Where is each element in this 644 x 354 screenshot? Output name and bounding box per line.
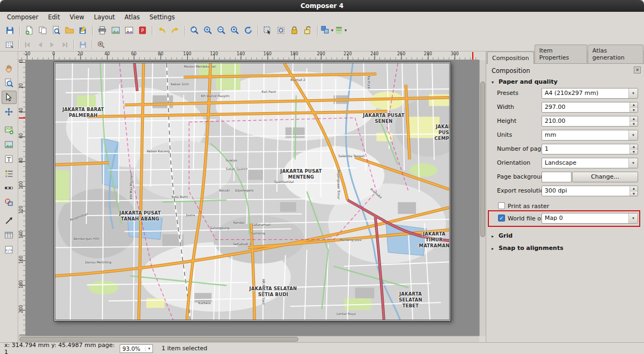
redo-button[interactable]	[169, 24, 182, 37]
presets-select[interactable]: A4 (210x297 mm)▾	[541, 88, 638, 99]
spin-up-icon[interactable]: ▲	[630, 116, 638, 122]
atlas-settings-button[interactable]	[95, 39, 107, 50]
duplicate-composition-button[interactable]	[36, 24, 49, 37]
street-label: Setiabudi 3	[233, 242, 251, 246]
height-spinbox[interactable]: 210.00▲▼	[541, 116, 638, 127]
add-new-map-button[interactable]	[2, 123, 17, 137]
menu-layout[interactable]: Layout	[89, 12, 120, 23]
arrange-items-dropdown-button[interactable]: ▾	[334, 24, 347, 37]
change-background-button[interactable]: Change...	[572, 172, 638, 182]
manage-composers-button[interactable]	[49, 24, 63, 37]
menu-settings[interactable]: Settings	[145, 12, 180, 23]
spin-down-icon[interactable]: ▼	[630, 108, 638, 113]
refresh-view-button[interactable]	[241, 24, 255, 37]
save-project-button[interactable]	[3, 24, 17, 37]
close-icon[interactable]: ✕	[634, 67, 641, 73]
add-attribute-table-button[interactable]	[2, 228, 17, 242]
add-label-button[interactable]: T	[2, 152, 17, 166]
orientation-select[interactable]: Landscape▾	[541, 158, 638, 168]
export-image-button[interactable]	[109, 24, 122, 37]
pages-label: Number of pages	[497, 145, 548, 152]
scrollbar-thumb[interactable]	[480, 82, 485, 237]
spin-down-icon[interactable]: ▼	[630, 122, 638, 127]
tab-composition[interactable]: Composition	[487, 51, 534, 64]
pages-spinbox[interactable]: 1▲▼	[541, 144, 638, 154]
add-html-frame-button[interactable]: </>	[2, 243, 17, 256]
width-spinbox[interactable]: 297.00▲▼	[541, 102, 638, 113]
zoom-tool-button[interactable]	[2, 76, 17, 90]
save-as-template-button[interactable]	[76, 24, 90, 37]
section-snap-to-alignments[interactable]: ▸Snap to alignments	[492, 245, 564, 252]
chevron-down-icon[interactable]: ▾	[628, 88, 638, 98]
tab-atlas-generation[interactable]: Atlas generation	[588, 45, 643, 63]
deselect-items-button[interactable]	[274, 24, 288, 37]
tab-item-properties[interactable]: Item Properties	[535, 45, 587, 63]
add-arrow-button[interactable]	[2, 214, 17, 227]
zoom-level-select[interactable]: 93.0% ▾	[120, 344, 153, 353]
export-svg-button[interactable]	[122, 24, 136, 37]
composition-page[interactable]: JAKARTA BARAT PALMERAH JAKARTA PUSAT SEN…	[54, 62, 451, 321]
units-select[interactable]: mm▾	[541, 130, 638, 141]
chevron-down-icon[interactable]: ▾	[628, 213, 638, 223]
chevron-down-icon[interactable]: ▾	[628, 130, 638, 140]
unlock-items-button[interactable]	[301, 24, 314, 37]
zoom-full-button[interactable]	[188, 24, 201, 37]
presets-row: Presets A4 (210x297 mm)▾	[486, 88, 644, 99]
menu-view[interactable]: View	[65, 12, 89, 23]
export-atlas-button[interactable]	[77, 39, 89, 50]
export-pdf-button[interactable]: P	[136, 24, 149, 37]
menu-composer[interactable]: Composer	[2, 12, 43, 23]
menu-atlas[interactable]: Atlas	[120, 12, 144, 23]
preview-atlas-button[interactable]	[3, 39, 16, 50]
spin-down-icon[interactable]: ▼	[630, 191, 638, 196]
first-feature-button[interactable]	[21, 39, 34, 50]
add-shape-button[interactable]	[2, 196, 17, 209]
pan-tool-button[interactable]	[2, 62, 17, 75]
move-item-content-button[interactable]	[2, 105, 17, 119]
add-image-button[interactable]	[2, 138, 17, 151]
spin-up-icon[interactable]: ▲	[630, 186, 638, 191]
world-file-map-value: Map 0	[542, 213, 628, 223]
section-grid[interactable]: ▸Grid	[492, 232, 513, 239]
menu-edit[interactable]: Edit	[43, 12, 64, 23]
undo-button[interactable]	[155, 24, 169, 37]
map-item[interactable]: JAKARTA BARAT PALMERAH JAKARTA PUSAT SEN…	[55, 63, 449, 320]
spin-up-icon[interactable]: ▲	[630, 102, 638, 108]
new-composition-button[interactable]	[23, 24, 36, 37]
world-file-map-select[interactable]: Map 0▾	[541, 213, 638, 224]
last-feature-button[interactable]	[58, 39, 71, 50]
zoom-actual-button[interactable]	[228, 24, 241, 37]
select-items-button[interactable]	[261, 24, 274, 37]
add-legend-button[interactable]	[2, 167, 17, 180]
composition-canvas[interactable]: JAKARTA BARAT PALMERAH JAKARTA PUSAT SEN…	[26, 60, 479, 336]
world-file-checkbox[interactable]: ✓	[498, 215, 505, 222]
print-as-raster-checkbox[interactable]	[498, 202, 505, 209]
composer-window: Composer 4 Composer Edit View Layout Atl…	[0, 0, 644, 354]
status-bar: x: 314.794 mm y: 45.4987 mm page: 1 93.0…	[0, 342, 644, 354]
group-items-dropdown-button[interactable]: ▾	[320, 24, 334, 37]
vertical-scrollbar[interactable]	[479, 60, 486, 336]
chevron-down-icon[interactable]: ▾	[628, 158, 638, 168]
street-label: Kramat 2	[290, 78, 305, 82]
export-resolution-spinbox[interactable]: 300 dpi▲▼	[541, 186, 638, 196]
width-label: Width	[497, 104, 514, 110]
spin-down-icon[interactable]: ▼	[630, 150, 638, 154]
street-label: Galunggung	[210, 226, 230, 230]
street-label: Sumbing	[251, 231, 266, 235]
section-label: Paper and quality	[499, 78, 558, 85]
next-feature-button[interactable]	[46, 39, 58, 50]
chevron-down-icon[interactable]: ▾	[145, 346, 152, 351]
select-move-item-button[interactable]	[2, 91, 17, 104]
section-paper-and-quality[interactable]: ▾Paper and quality	[492, 78, 558, 85]
street-label: Suwiyo	[225, 158, 237, 162]
add-scalebar-button[interactable]	[2, 181, 17, 195]
previous-feature-button[interactable]	[34, 39, 46, 50]
spin-up-icon[interactable]: ▲	[630, 144, 638, 150]
load-template-button[interactable]	[63, 24, 76, 37]
print-button[interactable]	[96, 24, 109, 37]
lock-items-button[interactable]	[288, 24, 301, 37]
zoom-in-button[interactable]	[201, 24, 215, 37]
page-background-swatch[interactable]	[541, 172, 572, 182]
zoom-out-button[interactable]	[215, 24, 228, 37]
atlas-settings-icon	[97, 41, 105, 49]
